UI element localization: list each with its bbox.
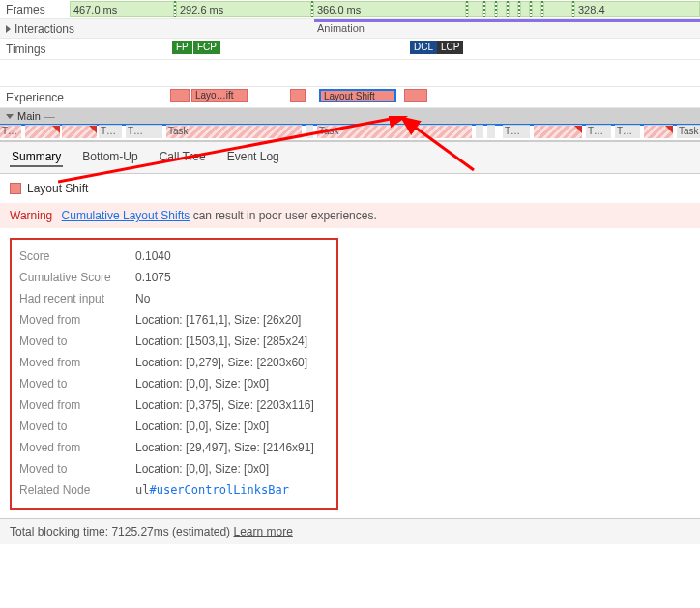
task-block[interactable]: T… [99,125,122,138]
task-block[interactable]: T… [503,125,530,138]
related-node[interactable]: ul#userControlLinksBar [135,483,289,497]
frame-block[interactable] [468,1,483,17]
tab-event-log[interactable]: Event Log [225,148,281,167]
detail-row: Moved fromLocation: [29,497], Size: [214… [19,437,329,458]
detail-label: Moved from [19,441,126,454]
related-tag: ul [135,483,149,497]
task-block[interactable]: T… [615,125,640,138]
tab-bottom-up[interactable]: Bottom-Up [80,148,139,167]
footer-suffix: (estimated) [169,525,234,538]
task-block[interactable]: Task [166,125,302,138]
details-box: Score0.1040Cumulative Score0.1075Had rec… [10,238,338,510]
layout-shift-swatch-icon [10,183,21,194]
task-block[interactable] [534,125,582,138]
main-thread-toggle[interactable]: Main — [0,108,700,124]
detail-value: Location: [1761,1], Size: [26x20] [135,313,301,327]
learn-more-link[interactable]: Learn more [233,525,292,538]
detail-value: No [135,292,150,305]
detail-label: Moved to [19,420,126,433]
layout-shift-block[interactable]: Layo…ift [191,89,248,102]
frame-block[interactable]: 467.0 ms [70,1,174,17]
task-block[interactable]: T… [586,125,611,138]
timeline-panel: Frames 467.0 ms 292.6 ms 366.0 ms [0,0,700,142]
detail-label: Score [19,249,126,263]
layout-shift-block[interactable] [404,89,427,102]
detail-value: 0.1040 [135,249,171,263]
detail-label: Moved from [19,356,126,369]
detail-label: Moved to [19,462,126,476]
task-block[interactable] [62,125,97,138]
detail-row: Had recent inputNo [19,288,329,309]
warning-bar: Warning Cumulative Layout Shifts can res… [0,203,700,228]
long-task-icon [52,126,60,133]
frame-block[interactable]: 328.4 [574,1,700,17]
experience-track[interactable]: Layo…ift Layout Shift [164,87,700,107]
main-dash: — [44,110,55,122]
task-block[interactable] [306,125,313,138]
frame-block[interactable] [509,1,518,17]
animation-label: Animation [317,22,365,34]
layout-shift-block[interactable] [290,89,306,102]
detail-value: Location: [29,497], Size: [2146x91] [135,441,314,454]
interactions-toggle[interactable]: Interactions [0,22,164,36]
detail-label: Moved to [19,334,126,348]
tab-summary[interactable]: Summary [10,148,63,167]
detail-row: Moved fromLocation: [0,279], Size: [2203… [19,352,329,373]
detail-label: Moved to [19,377,126,391]
timings-label: Timings [0,43,164,56]
task-block[interactable]: Task [677,125,700,138]
task-block[interactable]: Task [317,125,472,138]
frame-block[interactable] [520,1,530,17]
detail-row: Moved fromLocation: [1761,1], Size: [26x… [19,309,329,331]
layout-shift-block[interactable] [170,89,190,102]
task-block[interactable] [644,125,673,138]
timings-track[interactable]: FP FCP DCL LCP [164,39,700,59]
timings-row: Timings FP FCP DCL LCP [0,39,700,60]
detail-value: Location: [0,0], Size: [0x0] [135,420,269,433]
interaction-span[interactable] [314,19,700,22]
warning-link[interactable]: Cumulative Layout Shifts [62,209,190,222]
task-block[interactable]: T… [0,125,21,138]
detail-value: Location: [0,0], Size: [0x0] [135,377,269,391]
detail-label: Moved from [19,398,126,412]
timing-badge-dcl[interactable]: DCL [410,41,437,54]
warning-text: can result in poor user experiences. [190,209,376,222]
footer-time: 7125.27ms [111,525,168,538]
timing-badge-lcp[interactable]: LCP [437,41,463,54]
footer-bar: Total blocking time: 7125.27ms (estimate… [0,518,700,544]
frame-block[interactable] [543,1,572,17]
task-block[interactable]: T… [126,125,162,138]
frame-block[interactable]: 366.0 ms [313,1,466,17]
task-block[interactable] [487,125,495,138]
timing-badge-fp[interactable]: FP [172,41,192,54]
frame-block[interactable] [497,1,507,17]
detail-value: 0.1075 [135,271,171,284]
frames-track[interactable]: 467.0 ms 292.6 ms 366.0 ms [70,0,700,18]
detail-row: Cumulative Score0.1075 [19,267,329,288]
timing-badge-fcp[interactable]: FCP [193,41,220,54]
spacer-row [0,60,700,87]
experience-row: Experience Layo…ift Layout Shift [0,87,700,108]
frame-block[interactable]: 292.6 ms [176,1,311,17]
task-block[interactable] [476,125,483,138]
detail-value: Location: [0,0], Size: [0x0] [135,462,269,476]
detail-row: Moved toLocation: [0,0], Size: [0x0] [19,458,329,479]
frame-block[interactable] [485,1,495,17]
detail-label: Cumulative Score [19,271,126,284]
detail-row: Moved toLocation: [0,0], Size: [0x0] [19,416,329,437]
detail-label: Moved from [19,313,126,327]
tab-call-tree[interactable]: Call Tree [158,148,208,167]
interactions-row: Interactions Animation [0,19,700,39]
layout-shift-block-selected[interactable]: Layout Shift [319,89,396,102]
chevron-right-icon[interactable] [6,25,11,33]
interactions-track[interactable]: Animation [164,19,700,38]
detail-row: Score0.1040 [19,246,329,267]
detail-value: Location: [0,375], Size: [2203x116] [135,398,314,412]
main-tasks-track[interactable]: T… T… T… Task Task T… T… T… Task [0,124,700,141]
summary-panel: Layout Shift Warning Cumulative Layout S… [0,174,700,518]
chevron-down-icon[interactable] [6,114,14,119]
detail-row-related: Related Node ul#userControlLinksBar [19,479,329,501]
task-block[interactable] [25,125,60,138]
frame-block[interactable] [532,1,541,17]
detail-row: Moved toLocation: [0,0], Size: [0x0] [19,373,329,394]
